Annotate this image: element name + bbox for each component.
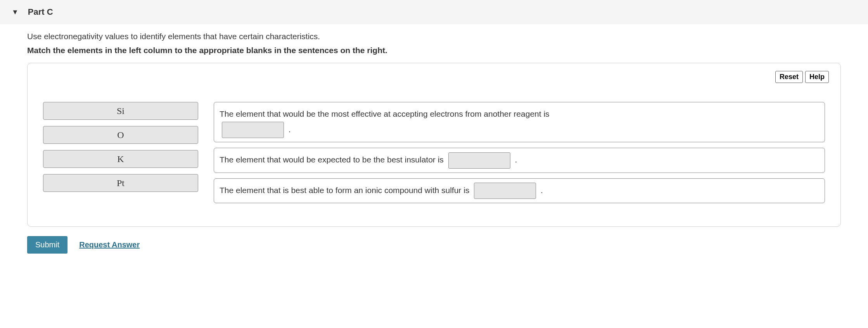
sentence-2-before: The element that would be expected to be… xyxy=(220,155,444,164)
sentence-1-after: . xyxy=(289,125,291,134)
action-row: Submit Request Answer xyxy=(27,236,841,254)
part-title: Part C xyxy=(28,7,53,17)
columns: Si O K Pt The element that would be the … xyxy=(43,102,825,203)
reset-button[interactable]: Reset xyxy=(775,71,803,83)
drop-slot-2[interactable] xyxy=(448,152,510,169)
drop-slot-3[interactable] xyxy=(474,183,536,199)
sentence-2-after: . xyxy=(515,155,517,164)
instruction-text: Match the elements in the left column to… xyxy=(27,46,841,55)
intro-text: Use electronegativity values to identify… xyxy=(27,32,841,41)
content-area: Use electronegativity values to identify… xyxy=(0,24,868,265)
help-button[interactable]: Help xyxy=(805,71,829,83)
sentence-3-after: . xyxy=(541,186,543,195)
element-chip-k[interactable]: K xyxy=(43,150,198,168)
collapse-icon: ▼ xyxy=(12,8,19,16)
sentence-3-before: The element that is best able to form an… xyxy=(220,186,469,195)
work-panel: Reset Help Si O K Pt The element that wo… xyxy=(27,63,841,227)
drop-slot-1[interactable] xyxy=(222,122,284,138)
sentence-3: The element that is best able to form an… xyxy=(214,178,825,203)
sentence-1-before: The element that would be the most effec… xyxy=(220,109,550,118)
sentence-1: The element that would be the most effec… xyxy=(214,102,825,142)
submit-button[interactable]: Submit xyxy=(27,236,67,254)
element-chip-o[interactable]: O xyxy=(43,126,198,144)
panel-top-buttons: Reset Help xyxy=(775,71,829,83)
sentences-column: The element that would be the most effec… xyxy=(214,102,825,203)
element-chip-si[interactable]: Si xyxy=(43,102,198,120)
element-chip-pt[interactable]: Pt xyxy=(43,174,198,192)
request-answer-link[interactable]: Request Answer xyxy=(79,240,140,249)
part-header[interactable]: ▼ Part C xyxy=(0,0,868,24)
sentence-2: The element that would be expected to be… xyxy=(214,148,825,173)
elements-column: Si O K Pt xyxy=(43,102,198,203)
